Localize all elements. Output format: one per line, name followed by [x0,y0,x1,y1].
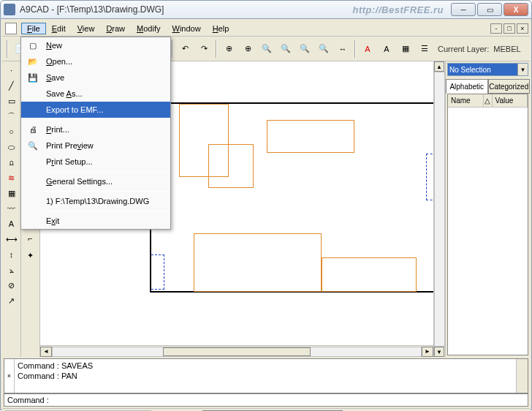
hatch-icon[interactable]: ≋ [4,170,19,185]
arc-icon[interactable]: ⌒ [4,109,19,124]
dim-style-icon[interactable]: A [378,40,395,58]
cmd-line: Command : SAVEAS [18,361,513,371]
new-icon: ▢ [21,37,45,53]
selection-handle [151,254,164,290]
drawing-shape [208,144,254,188]
col-value[interactable]: Value [493,94,528,107]
menu-save-as[interactable]: Save As... [21,86,170,102]
menu-file[interactable]: File [21,23,46,34]
line-icon[interactable]: ╱ [4,78,19,93]
image-icon[interactable]: ▦ [4,186,19,200]
menu-export-emf[interactable]: Export to EMF... [21,102,170,118]
menu-window[interactable]: Window [166,23,206,34]
menu-modify[interactable]: Modify [131,23,166,34]
drawing-shape [194,233,322,292]
tab-categorized[interactable]: Categorized [488,79,531,94]
dim-r-icon[interactable]: ⊘ [4,278,19,293]
preview-icon: 🔍 [21,137,45,154]
menubar: File Edit View Draw Modify Window Help -… [2,20,530,37]
save-icon: 💾 [21,69,45,86]
layers-icon[interactable]: ▦ [397,40,414,58]
mdi-close[interactable]: × [517,23,528,34]
props-icon[interactable]: ☰ [416,40,433,58]
undo-icon[interactable]: ↶ [176,40,194,58]
leader-icon[interactable]: ↗ [4,293,19,308]
h-scrollbar[interactable]: ◄ ► [40,345,433,357]
maximize-button[interactable]: ▭ [477,3,502,16]
v-scrollbar[interactable]: ▲ ▼ [433,61,445,357]
file-menu-dropdown: ▢New 📂Open... 💾Save Save As... Export to… [20,37,171,230]
menu-draw[interactable]: Draw [100,23,131,34]
statusbar: -48,4382, 39,0618, 0,0000 SNAP GRID ORTH… [2,408,530,411]
app-icon [4,4,15,15]
scroll-thumb[interactable] [163,347,311,356]
dim-h-icon[interactable]: ⟷ [4,232,19,246]
print-icon: 🖨 [21,121,45,137]
cmd-close-icon[interactable]: × [4,359,15,393]
menu-new[interactable]: ▢New [21,37,170,53]
menu-print-preview[interactable]: 🔍Print Preview [21,137,170,154]
text-style-icon[interactable]: A [359,40,376,58]
menu-general-settings[interactable]: General Settings... [21,173,170,189]
drawing-shape [322,257,417,292]
polyline-icon[interactable]: ⩍ [4,155,19,170]
layer-label: Current Layer: [438,45,489,53]
titlebar: A9CAD - [F:\Temp\13\Drawing.DWG] http://… [0,0,532,19]
spline-icon[interactable]: 〰 [4,201,19,216]
menu-print[interactable]: 🖨Print... [21,121,170,137]
selection-text: No Selection [449,66,491,74]
menu-exit[interactable]: Exit [21,213,170,229]
document-icon [5,23,17,34]
scroll-left-icon[interactable]: ◄ [40,347,52,357]
dim-v-icon[interactable]: ↕ [4,247,19,262]
scroll-down-icon[interactable]: ▼ [434,347,444,357]
zoom-all-icon[interactable]: 🔍 [258,40,276,58]
window-title: A9CAD - [F:\Temp\13\Drawing.DWG] [20,4,352,15]
zoom-window-icon[interactable]: ⊕ [239,40,256,58]
menu-edit[interactable]: Edit [46,23,72,34]
cmd-line: Command : PAN [18,371,513,381]
col-name[interactable]: Name [448,94,484,107]
zoom-prev-icon[interactable]: 🔍 [315,40,332,58]
redo-icon[interactable]: ↷ [195,40,213,58]
menu-print-setup[interactable]: Print Setup... [21,154,170,170]
menu-recent-1[interactable]: 1) F:\Temp\13\Drawing.DWG [21,193,170,209]
minimize-button[interactable]: ─ [451,3,476,16]
circle-icon[interactable]: ○ [4,124,19,139]
drawing-shape [267,120,354,153]
menu-view[interactable]: View [72,23,101,34]
sort-icon[interactable]: △ [484,94,493,107]
dim-a-icon[interactable]: ⦛ [4,263,19,277]
scroll-up-icon[interactable]: ▲ [434,61,444,72]
command-history: × Command : SAVEAS Command : PAN [4,358,528,393]
open-icon: 📂 [21,53,45,69]
selection-combo[interactable]: No Selection ▼ [447,63,528,76]
pan-icon[interactable]: ↔ [334,40,352,58]
text-icon[interactable]: A [4,216,19,231]
mdi-restore[interactable]: □ [503,23,515,34]
scroll-right-icon[interactable]: ► [422,347,433,357]
watermark-text: http://BestFREE.ru [352,4,444,15]
zoom-in-icon[interactable]: 🔍 [277,40,294,58]
close-button[interactable]: X [503,3,528,16]
layer-value: MEBEL [493,45,520,53]
ellipse-icon[interactable]: ⬭ [4,140,19,154]
command-prompt: Command : [7,396,49,404]
menu-help[interactable]: Help [207,23,235,34]
menu-open[interactable]: 📂Open... [21,53,170,69]
draw-toolbar: · ╱ ▭ ⌒ ○ ⬭ ⩍ ≋ ▦ 〰 A ⟷ ↕ ⦛ ⊘ ↗ [2,61,21,357]
point-icon[interactable]: · [4,63,19,78]
rect-icon[interactable]: ▭ [4,94,19,108]
fillet-icon[interactable]: ⌐ [23,231,38,246]
zoom-extents-icon[interactable]: ⊕ [220,40,238,58]
chevron-down-icon[interactable]: ▼ [517,64,528,75]
properties-grid[interactable]: Name △ Value [447,94,528,355]
cmd-scrollbar[interactable] [516,359,528,393]
menu-save[interactable]: 💾Save [21,69,170,86]
zoom-out-icon[interactable]: 🔍 [296,40,314,58]
command-input[interactable]: Command : [4,393,528,407]
selection-handle [426,154,433,200]
mdi-minimize[interactable]: - [490,23,502,34]
explode-icon[interactable]: ✦ [23,248,38,263]
tab-alphabetic[interactable]: Alphabetic [446,79,488,94]
